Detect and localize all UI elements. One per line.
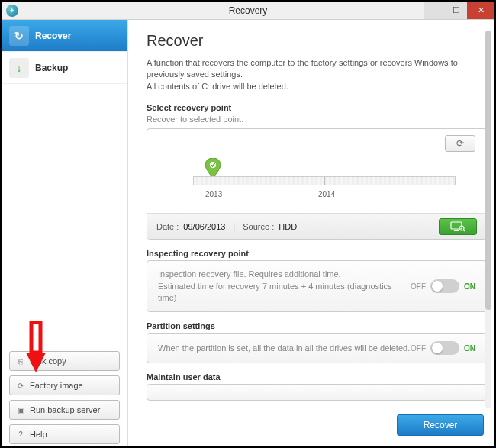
minimize-button[interactable]: ─ xyxy=(424,2,446,19)
on-label: ON xyxy=(464,282,475,291)
sidebar-item-label: Backup xyxy=(35,63,68,73)
help-button[interactable]: ? Help xyxy=(9,424,120,444)
factory-image-button[interactable]: ⟳ Factory image xyxy=(9,375,120,395)
server-icon: ▣ xyxy=(16,405,25,414)
help-icon: ? xyxy=(16,430,25,439)
maintain-panel xyxy=(147,384,487,401)
partition-toggle[interactable] xyxy=(430,341,459,355)
app-icon: ✦ xyxy=(6,5,18,17)
year-label: 2014 xyxy=(318,190,335,198)
button-label: Disk copy xyxy=(30,356,66,366)
maintain-title: Maintain user data xyxy=(147,372,487,382)
recovery-point-panel: ⟳ 2013 2014 Date : 09/06/2013 | Source :… xyxy=(147,128,487,240)
sidebar-item-label: Recover xyxy=(35,31,71,41)
partition-panel: When the partition is set, all the data … xyxy=(147,333,487,363)
preview-button[interactable] xyxy=(439,218,477,235)
recover-button[interactable]: Recover xyxy=(397,414,484,436)
recover-icon: ↻ xyxy=(9,26,29,46)
date-value: 09/06/2013 xyxy=(183,222,225,231)
sidebar-item-backup[interactable]: ↓ Backup xyxy=(2,52,127,84)
svg-point-0 xyxy=(210,162,216,168)
recovery-point-pin-icon[interactable] xyxy=(205,158,221,178)
page-description: A function that recovers the computer to… xyxy=(147,57,487,92)
inspect-title: Inspecting recovery point xyxy=(147,249,487,258)
off-label: OFF xyxy=(411,282,426,291)
svg-rect-1 xyxy=(451,222,462,229)
window-controls: ─ ☐ ✕ xyxy=(424,2,494,19)
timeline-track xyxy=(193,176,456,185)
sidebar-item-recover[interactable]: ↻ Recover xyxy=(2,20,127,52)
button-label: Help xyxy=(30,430,47,439)
main-content: Recover A function that recovers the com… xyxy=(128,20,494,446)
main-scrollbar[interactable] xyxy=(485,31,491,408)
on-label: ON xyxy=(464,344,475,353)
page-title: Recover xyxy=(147,32,487,50)
off-label: OFF xyxy=(411,344,426,353)
recovery-timeline[interactable]: ⟳ 2013 2014 xyxy=(147,129,486,213)
run-backup-server-button[interactable]: ▣ Run backup server xyxy=(9,400,120,420)
window-title: Recovery xyxy=(229,5,268,16)
inspect-toggle[interactable] xyxy=(430,279,459,293)
sidebar: ↻ Recover ↓ Backup ⎘ Disk copy ⟳ Factory… xyxy=(2,20,128,446)
date-label: Date : xyxy=(156,222,179,231)
button-label: Run backup server xyxy=(30,405,100,414)
button-label: Factory image xyxy=(30,381,83,390)
recovery-point-title: Select recovery point xyxy=(147,103,487,112)
maximize-button[interactable]: ☐ xyxy=(446,2,467,19)
partition-toggle-group: OFF ON xyxy=(411,341,475,355)
disk-copy-icon: ⎘ xyxy=(16,356,25,366)
source-label: Source : xyxy=(243,222,274,231)
close-button[interactable]: ✕ xyxy=(467,2,494,19)
title-bar: ✦ Recovery ─ ☐ ✕ xyxy=(2,2,494,20)
monitor-search-icon xyxy=(450,221,465,232)
partition-text: When the partition is set, all the data … xyxy=(158,343,411,354)
scroll-thumb[interactable] xyxy=(485,31,491,310)
svg-line-4 xyxy=(463,230,465,231)
inspect-text: Inspection recovery file. Requires addit… xyxy=(158,269,411,304)
recovery-point-subtitle: Recover to selected point. xyxy=(147,114,487,124)
partition-title: Partition settings xyxy=(147,321,487,330)
refresh-timeline-button[interactable]: ⟳ xyxy=(445,135,475,152)
factory-image-icon: ⟳ xyxy=(16,381,25,390)
year-label: 2013 xyxy=(205,190,222,198)
inspect-toggle-group: OFF ON xyxy=(411,279,475,293)
disk-copy-button[interactable]: ⎘ Disk copy xyxy=(9,351,120,371)
source-value: HDD xyxy=(279,222,297,231)
backup-icon: ↓ xyxy=(9,58,29,78)
inspect-panel: Inspection recovery file. Requires addit… xyxy=(147,260,487,312)
svg-rect-2 xyxy=(454,230,459,231)
recovery-info-bar: Date : 09/06/2013 | Source : HDD xyxy=(147,213,486,239)
